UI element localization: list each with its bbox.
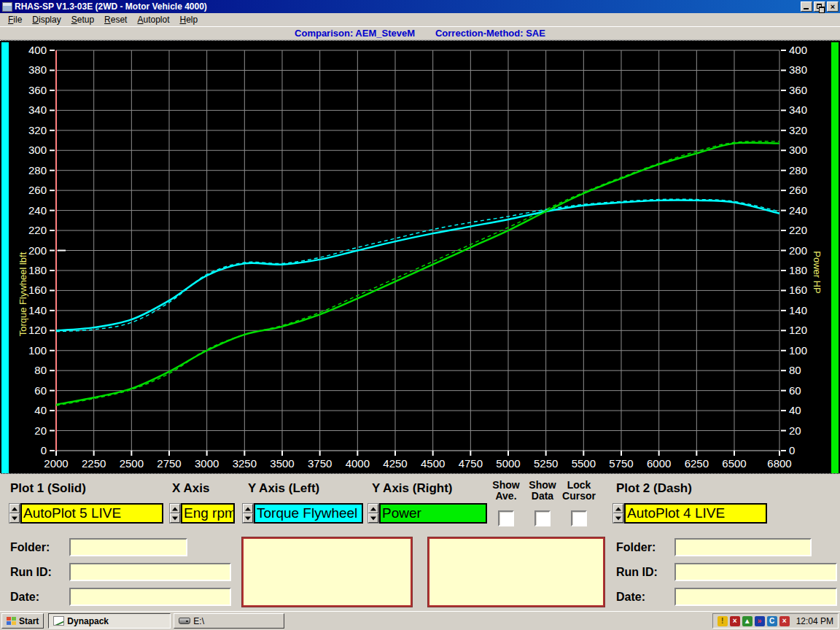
svg-text:400: 400 [28, 44, 47, 56]
plot1-spinner[interactable] [9, 503, 20, 524]
svg-text:120: 120 [28, 324, 47, 336]
show-ave-checkbox[interactable] [498, 510, 514, 526]
folder-input-right[interactable] [674, 538, 812, 556]
yaxis-right-spinner[interactable] [368, 503, 379, 524]
spin-up-icon[interactable] [368, 504, 378, 513]
restore-button[interactable] [814, 1, 825, 12]
run-id-input-left[interactable] [69, 563, 231, 581]
spin-down-icon[interactable] [170, 513, 180, 523]
minimize-icon [804, 8, 809, 9]
dialer-icon[interactable]: C [767, 616, 777, 626]
svg-text:120: 120 [789, 324, 807, 336]
svg-text:0: 0 [41, 444, 47, 456]
xaxis-spinner[interactable] [169, 503, 181, 524]
show-data-label: Show Data [522, 480, 563, 502]
plot2-spinner[interactable] [612, 503, 624, 524]
spin-up-icon[interactable] [613, 504, 623, 513]
svg-text:4750: 4750 [459, 457, 483, 470]
svg-text:240: 240 [28, 204, 47, 217]
minimize-button[interactable] [801, 1, 812, 12]
close-icon: × [831, 2, 835, 11]
taskbar-task-dynapack[interactable]: Dynapack [48, 613, 171, 629]
menu-display[interactable]: Display [27, 13, 66, 26]
svg-text:5750: 5750 [609, 457, 633, 470]
svg-text:2750: 2750 [157, 457, 181, 470]
svg-text:2250: 2250 [82, 457, 106, 470]
svg-text:6800: 6800 [767, 457, 791, 470]
svg-text:3750: 3750 [308, 457, 332, 470]
folder-input-left[interactable] [69, 538, 187, 556]
menu-file[interactable]: File [3, 13, 27, 26]
svg-text:20: 20 [789, 424, 801, 437]
spin-down-icon[interactable] [9, 513, 20, 523]
svg-text:380: 380 [789, 63, 807, 76]
taskbar-clock: 12:04 PM [792, 616, 833, 626]
folder-label-right: Folder: [616, 541, 656, 554]
date-input-right[interactable] [674, 588, 837, 606]
svg-text:3000: 3000 [195, 457, 219, 470]
svg-text:5000: 5000 [496, 457, 520, 470]
yaxis-left-spinner[interactable] [242, 503, 254, 524]
run-id-label-right: Run ID: [616, 566, 658, 579]
svg-text:5500: 5500 [572, 457, 596, 470]
taskbar-task-drive-e[interactable]: E:\ [174, 613, 284, 629]
xaxis-select[interactable]: Eng rpm [181, 503, 235, 524]
menu-help[interactable]: Help [175, 13, 203, 26]
svg-text:220: 220 [789, 224, 807, 236]
task-label: Dynapack [67, 616, 109, 626]
menu-setup[interactable]: Setup [66, 13, 99, 26]
software-update-icon[interactable]: ▲ [742, 616, 752, 626]
svg-text:100: 100 [789, 344, 807, 357]
svg-text:360: 360 [789, 84, 807, 96]
date-label-left: Date: [10, 591, 39, 604]
correction-method-label: Correction-Method: SAE [435, 28, 545, 39]
svg-text:280: 280 [28, 164, 47, 176]
svg-text:100: 100 [28, 344, 47, 357]
notes-box-right[interactable] [428, 537, 604, 607]
spin-down-icon[interactable] [368, 513, 378, 523]
xaxis-label: X Axis [172, 481, 209, 496]
app-icon [2, 2, 12, 12]
spin-down-icon[interactable] [243, 513, 253, 523]
yaxis-right-select[interactable]: Power [379, 503, 487, 524]
dyno-chart: 0020204040606080801001001201201401401601… [0, 40, 840, 474]
show-data-checkbox[interactable] [534, 510, 551, 526]
restore-icon [817, 4, 822, 9]
date-input-left[interactable] [69, 588, 231, 606]
run-id-input-right[interactable] [674, 563, 837, 581]
yaxis-left-select[interactable]: Torque Flywheel lbft [254, 503, 363, 524]
svg-text:180: 180 [28, 264, 47, 276]
lock-cursor-checkbox[interactable] [571, 510, 587, 526]
spin-down-icon[interactable] [613, 513, 623, 523]
notes-box-left[interactable] [242, 537, 412, 607]
spin-up-icon[interactable] [170, 504, 180, 513]
spin-up-icon[interactable] [243, 504, 253, 513]
menu-reset[interactable]: Reset [99, 13, 132, 26]
right-axis-title: Power HP [812, 251, 822, 294]
offline-error-icon[interactable]: × [730, 616, 740, 626]
app-window: RHAS-SP V1.3-03E (2WD - Motor Vehicle 40… [0, 0, 840, 630]
dyno-chart-icon [53, 616, 64, 626]
plot1-select[interactable]: AutoPlot 5 LIVE [20, 503, 163, 524]
left-axis-title: Torque Flywheel lbft [18, 252, 28, 336]
spin-up-icon[interactable] [9, 504, 20, 513]
svg-text:400: 400 [789, 44, 807, 56]
svg-text:260: 260 [28, 184, 47, 196]
security-shield-icon[interactable]: ! [718, 616, 728, 626]
svg-text:160: 160 [789, 284, 807, 296]
svg-text:40: 40 [789, 404, 801, 416]
svg-text:340: 340 [789, 104, 807, 116]
close-button[interactable]: × [827, 1, 839, 12]
run-id-label-left: Run ID: [10, 566, 52, 579]
svg-text:200: 200 [789, 244, 807, 257]
start-button[interactable]: Start [1, 613, 44, 629]
menu-bar: File Display Setup Reset Autoplot Help [0, 13, 840, 27]
yaxis-left-combo: Torque Flywheel lbft [242, 503, 363, 524]
network-disconnected-icon[interactable]: × [779, 616, 790, 626]
speed-launcher-icon[interactable]: » [755, 616, 765, 626]
yaxis-right-combo: Power [368, 503, 487, 524]
folder-label-left: Folder: [10, 541, 50, 554]
plot2-select[interactable]: AutoPlot 4 LIVE [624, 503, 767, 524]
chart-canvas[interactable]: 0020204040606080801001001201201401401601… [9, 41, 831, 473]
menu-autoplot[interactable]: Autoplot [132, 13, 174, 26]
